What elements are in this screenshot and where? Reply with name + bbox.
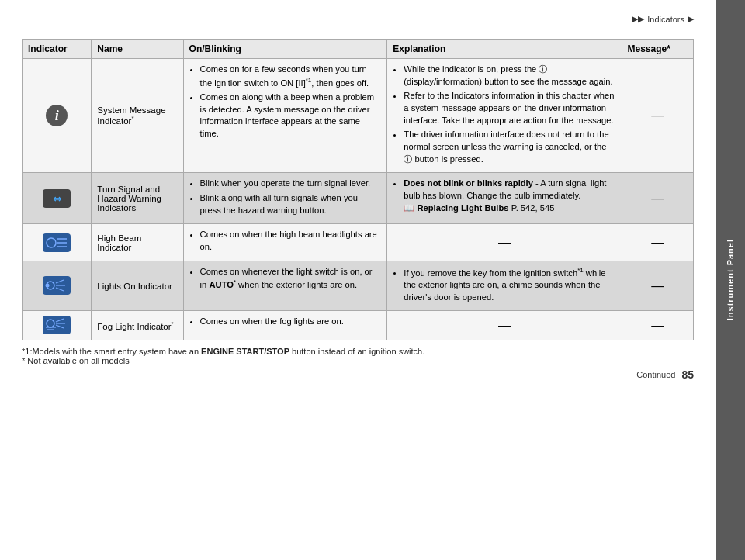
list-item: Does not blink or blinks rapidly - A tur…	[404, 178, 615, 214]
fog-light-icon	[43, 316, 71, 334]
col-indicator: Indicator	[23, 40, 92, 59]
bold-text: Does not blink or blinks rapidly	[404, 178, 533, 188]
high-beam-svg	[45, 235, 68, 251]
footnote-area: *1:Models with the smart entry system ha…	[22, 347, 694, 365]
svg-point-8	[46, 284, 50, 288]
explanation-list: Does not blink or blinks rapidly - A tur…	[393, 178, 615, 214]
footnote-1: *1:Models with the smart entry system ha…	[22, 347, 694, 356]
continued-label: Continued	[636, 370, 675, 379]
indicator-name-cell: Turn Signal and Hazard Warning Indicator…	[92, 173, 183, 224]
engine-start-stop-text: ENGINE START/STOP	[201, 347, 289, 356]
on-blinking-list: Comes on when the fog lights are on.	[189, 316, 382, 328]
explanation-cell: If you remove the key from the ignition …	[387, 261, 622, 311]
page-number: 85	[681, 368, 694, 381]
on-blinking-list: Comes on when the high beam headlights a…	[189, 229, 382, 253]
table-header-row: Indicator Name On/Blinking Explanation M…	[23, 40, 694, 59]
indicator-name-label: Lights On Indicator	[97, 282, 172, 291]
svg-line-7	[56, 288, 64, 291]
indicator-name-cell: Fog Light Indicator*	[92, 311, 183, 340]
indicator-name-label: High Beam Indicator	[97, 233, 141, 252]
sidebar-label: Instrument Panel	[726, 239, 735, 320]
ref-icon: 📖	[404, 203, 414, 213]
svg-line-14	[56, 325, 64, 328]
high-beam-icon	[43, 233, 71, 252]
message-cell: —	[622, 173, 694, 224]
breadcrumb-arrows-left: ▶▶	[632, 14, 644, 24]
message-cell: —	[622, 261, 694, 311]
list-item: Comes on when the high beam headlights a…	[200, 229, 382, 253]
table-row: High Beam Indicator Comes on when the hi…	[23, 224, 694, 261]
on-blinking-cell: Comes on for a few seconds when you turn…	[183, 59, 387, 173]
header-divider	[22, 29, 694, 29]
on-blinking-cell: Comes on when the fog lights are on.	[183, 311, 387, 340]
col-name: Name	[92, 40, 183, 59]
list-item: The driver information interface does no…	[404, 129, 615, 165]
list-item: Comes on when the fog lights are on.	[200, 316, 382, 328]
turn-signal-icon: ⇔	[43, 189, 71, 208]
col-message: Message*	[622, 40, 694, 59]
list-item: Refer to the Indicators information in t…	[404, 90, 615, 126]
list-item: Comes on whenever the light switch is on…	[200, 266, 382, 292]
breadcrumb: ▶▶ Indicators ▶	[632, 14, 694, 24]
on-blinking-cell: Comes on whenever the light switch is on…	[183, 261, 387, 311]
list-item: While the indicator is on, press the ⓘ (…	[404, 64, 615, 88]
list-item: Blink when you operate the turn signal l…	[200, 178, 382, 190]
lights-on-svg	[43, 277, 70, 294]
list-item: Comes on for a few seconds when you turn…	[200, 64, 382, 89]
explanation-cell: —	[387, 224, 622, 261]
explanation-list: While the indicator is on, press the ⓘ (…	[393, 64, 615, 165]
on-blinking-list: Blink when you operate the turn signal l…	[189, 178, 382, 216]
message-cell: —	[622, 59, 694, 173]
indicator-name-cell: High Beam Indicator	[92, 224, 183, 261]
indicator-name-cell: Lights On Indicator	[92, 261, 183, 311]
page-container: ▶▶ Indicators ▶ Indicator Name On/Blinki…	[0, 0, 745, 560]
explanation-cell: Does not blink or blinks rapidly - A tur…	[387, 173, 622, 224]
main-content: ▶▶ Indicators ▶ Indicator Name On/Blinki…	[0, 0, 716, 560]
on-blinking-cell: Comes on when the high beam headlights a…	[183, 224, 387, 261]
explanation-cell: While the indicator is on, press the ⓘ (…	[387, 59, 622, 173]
indicator-name-label: System Message Indicator*	[97, 105, 165, 126]
ref-text: Replacing Light Bulbs	[417, 203, 508, 213]
breadcrumb-arrow-right: ▶	[688, 14, 694, 24]
col-explanation: Explanation	[387, 40, 622, 59]
indicator-name-cell: System Message Indicator*	[92, 59, 183, 173]
breadcrumb-line: ▶▶ Indicators ▶	[22, 14, 694, 24]
system-message-icon: i	[46, 105, 68, 126]
auto-label: AUTO	[209, 280, 234, 289]
table-row: Lights On Indicator Comes on whenever th…	[23, 261, 694, 311]
indicator-icon-cell	[23, 311, 92, 340]
indicator-icon-cell: ⇔	[23, 173, 92, 224]
table-row: i System Message Indicator* Comes on for…	[23, 59, 694, 173]
indicator-icon-cell	[23, 261, 92, 311]
list-item: Blink along with all turn signals when y…	[200, 192, 382, 216]
table-row: Fog Light Indicator* Comes on when the f…	[23, 311, 694, 340]
on-blinking-list: Comes on for a few seconds when you turn…	[189, 64, 382, 140]
fog-light-svg	[43, 316, 70, 334]
explanation-list: If you remove the key from the ignition …	[393, 266, 615, 304]
svg-point-9	[47, 320, 54, 327]
indicator-name-label: Turn Signal and Hazard Warning Indicator…	[97, 185, 161, 213]
on-blinking-list: Comes on whenever the light switch is on…	[189, 266, 382, 292]
indicator-icon-cell: i	[23, 59, 92, 173]
list-item: If you remove the key from the ignition …	[404, 266, 615, 304]
footnote-2: * Not available on all models	[22, 356, 694, 365]
indicators-table: Indicator Name On/Blinking Explanation M…	[22, 39, 694, 340]
message-cell: —	[622, 311, 694, 340]
on-blinking-cell: Blink when you operate the turn signal l…	[183, 173, 387, 224]
explanation-cell: —	[387, 311, 622, 340]
right-sidebar: Instrument Panel	[716, 0, 745, 560]
col-onblinking: On/Blinking	[183, 40, 387, 59]
indicator-icon-cell	[23, 224, 92, 261]
list-item: Comes on along with a beep when a proble…	[200, 92, 382, 140]
table-row: ⇔ Turn Signal and Hazard Warning Indicat…	[23, 173, 694, 224]
indicator-name-label: Fog Light Indicator*	[97, 322, 173, 331]
footer-line: Continued 85	[22, 368, 694, 381]
breadcrumb-indicators: Indicators	[647, 15, 684, 24]
lights-on-icon	[43, 276, 71, 295]
svg-line-12	[56, 319, 64, 322]
message-cell: —	[622, 224, 694, 261]
svg-line-5	[56, 280, 64, 283]
svg-point-0	[47, 238, 56, 247]
